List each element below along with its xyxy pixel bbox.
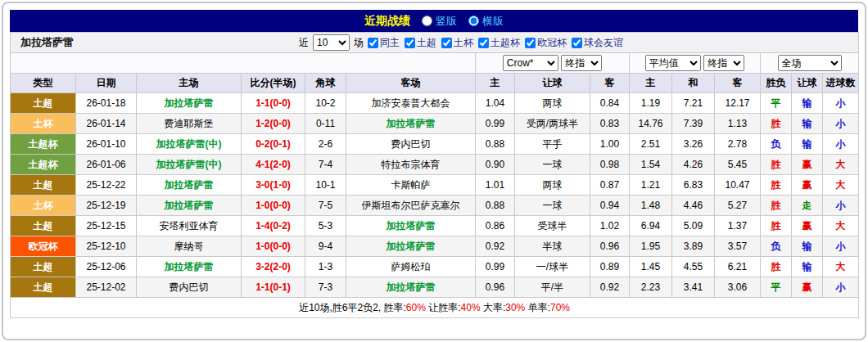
match-row: 土超杯26-01-06加拉塔萨雷(中)4-1(2-0)7-4特拉布宗体育0.90… [11, 155, 859, 175]
column-header: 进球数 [823, 74, 859, 93]
column-header: 和 [672, 74, 715, 93]
column-header: 比分(半场) [242, 74, 305, 93]
average-select[interactable]: 平均值 [645, 55, 701, 71]
handicap-away-odds: 0.96 [590, 236, 630, 257]
match-date: 25-12-22 [76, 175, 137, 196]
filter-checkbox-6[interactable]: 球会友谊 [572, 36, 623, 50]
home-team: 安塔利亚体育 [137, 216, 242, 236]
corners: 10-1 [305, 175, 346, 196]
horizontal-radio-icon[interactable] [468, 16, 479, 26]
handicap-result: 输 [792, 236, 823, 257]
handicap-line: 平/半 [515, 277, 590, 298]
filter-checkbox-2[interactable]: 土超 [405, 36, 436, 50]
bookmaker-select[interactable]: Crow* [503, 55, 558, 71]
goals-result: 小 [823, 134, 859, 155]
recent-label: 近 [299, 36, 309, 50]
filter-checkbox-5[interactable]: 欧冠杯 [525, 36, 567, 50]
home-team: 加拉塔萨雷(中) [137, 155, 242, 175]
avg-home-odds: 1.21 [630, 175, 672, 196]
score: 1-4(0-2) [242, 216, 305, 236]
column-header: 让球 [792, 74, 823, 93]
results-table: 加拉塔萨雷 近 10 场 同主土超土杯土超杯欧冠杯球会友谊 [10, 32, 859, 318]
average-stage-select[interactable]: 终指 [703, 55, 744, 71]
summary-label: 近10场,胜6平2负2, 胜率: [299, 302, 406, 313]
column-header: 类型 [11, 74, 76, 93]
match-row: 土杯25-12-19加拉塔萨雷1-0(0-0)7-5伊斯坦布尔巴萨克塞尔0.88… [11, 196, 859, 216]
checkbox-icon[interactable] [368, 38, 378, 48]
away-team: 伊斯坦布尔巴萨克塞尔 [346, 196, 476, 216]
league-badge: 土超杯 [11, 155, 76, 175]
filter-checkbox-4[interactable]: 土超杯 [478, 36, 520, 50]
league-badge: 土超 [11, 277, 76, 298]
scope-select[interactable]: 全场 [778, 55, 842, 71]
home-team: 加拉塔萨雷 [137, 257, 242, 277]
vertical-radio-icon[interactable] [422, 16, 432, 26]
column-header: 客场 [346, 74, 476, 93]
column-header: 角球 [305, 74, 346, 93]
filter-checkbox-1[interactable]: 同主 [368, 36, 400, 50]
match-date: 26-01-18 [76, 93, 137, 114]
handicap-line: 受球半 [515, 216, 590, 236]
corners: 1-3 [305, 257, 346, 277]
checkbox-icon[interactable] [441, 38, 452, 48]
summary-stat: 30% [505, 302, 525, 313]
avg-away-odds: 6.21 [715, 257, 761, 277]
avg-away-odds: 12.17 [715, 93, 761, 114]
handicap-away-odds: 0.98 [590, 155, 630, 175]
score: 1-1(0-1) [242, 277, 305, 298]
table-header-row: 类型日期主场比分(半场)角球客场主让球客主和客胜负让球进球数 [11, 74, 859, 93]
home-team: 加拉塔萨雷 [137, 196, 242, 216]
handicap-line: 两球 [515, 175, 590, 196]
away-team: 加济安泰普大都会 [346, 93, 476, 114]
handicap-home-odds: 1.01 [476, 175, 515, 196]
column-header: 让球 [515, 74, 590, 93]
recent-count-select[interactable]: 10 [313, 34, 350, 51]
handicap-home-odds: 0.88 [476, 196, 515, 216]
avg-away-odds: 1.13 [715, 114, 761, 134]
handicap-away-odds: 0.83 [590, 114, 630, 134]
handicap-home-odds: 0.92 [476, 236, 515, 257]
avg-home-odds: 2.23 [630, 277, 672, 298]
table-footer: 近10场,胜6平2负2, 胜率:60% 让胜率:40% 大率:30% 单率:70… [11, 298, 859, 318]
checkbox-icon[interactable] [525, 38, 536, 48]
checkbox-icon[interactable] [478, 38, 489, 48]
handicap-line: 平手 [515, 134, 590, 155]
corners: 9-4 [305, 236, 346, 257]
away-team: 加拉塔萨雷 [346, 216, 476, 236]
layout-radio-vertical[interactable]: 竖版 [422, 14, 457, 29]
match-row: 欧冠杯25-12-10摩纳哥1-0(0-0)9-4加拉塔萨雷0.92半球0.96… [11, 236, 859, 257]
score: 1-2(0-0) [242, 114, 305, 134]
match-date: 26-01-14 [76, 114, 137, 134]
column-header: 胜负 [761, 74, 792, 93]
checkbox-icon[interactable] [405, 38, 415, 48]
avg-away-odds: 10.47 [715, 175, 761, 196]
match-row: 土杯26-01-14费迪耶斯堡1-2(0-0)0-11加拉塔萨雷0.99受两/两… [11, 114, 859, 134]
bookmaker-selector-cell: Crow* 终指 [476, 53, 630, 74]
score: 3-2(2-0) [242, 257, 305, 277]
handicap-line: 半球 [515, 236, 590, 257]
selector-row: Crow* 终指 平均值 终指 全场 [11, 53, 859, 74]
match-row: 土超25-12-22加拉塔萨雷3-0(1-0)10-1卡斯帕萨1.01两球0.8… [11, 175, 859, 196]
handicap-home-odds: 1.04 [476, 93, 515, 114]
handicap-line: 受两/两球半 [515, 114, 590, 134]
handicap-result: 赢 [792, 216, 823, 236]
filter-checkbox-3[interactable]: 土杯 [441, 36, 473, 50]
corners: 7-4 [305, 155, 346, 175]
widget-frame: 近期战绩 竖版 横版 加拉塔萨雷 近 [2, 2, 866, 340]
avg-draw-odds: 3.89 [672, 236, 715, 257]
win-loss-result: 胜 [761, 257, 792, 277]
bookmaker-stage-select[interactable]: 终指 [561, 55, 602, 71]
summary-stat: 60% [406, 302, 426, 313]
handicap-result: 走 [792, 196, 823, 216]
handicap-away-odds: 0.92 [590, 277, 630, 298]
handicap-line: 两球 [515, 93, 590, 114]
score: 1-1(0-0) [242, 93, 305, 114]
match-date: 25-12-02 [76, 277, 137, 298]
avg-home-odds: 1.54 [630, 155, 672, 175]
layout-radio-horizontal[interactable]: 横版 [468, 14, 504, 29]
checkbox-icon[interactable] [572, 38, 582, 48]
home-team: 费内巴切 [137, 277, 242, 298]
goals-result: 小 [823, 236, 859, 257]
filter-checkbox-group: 同主土超土杯土超杯欧冠杯球会友谊 [368, 36, 623, 50]
avg-draw-odds: 4.46 [672, 196, 715, 216]
